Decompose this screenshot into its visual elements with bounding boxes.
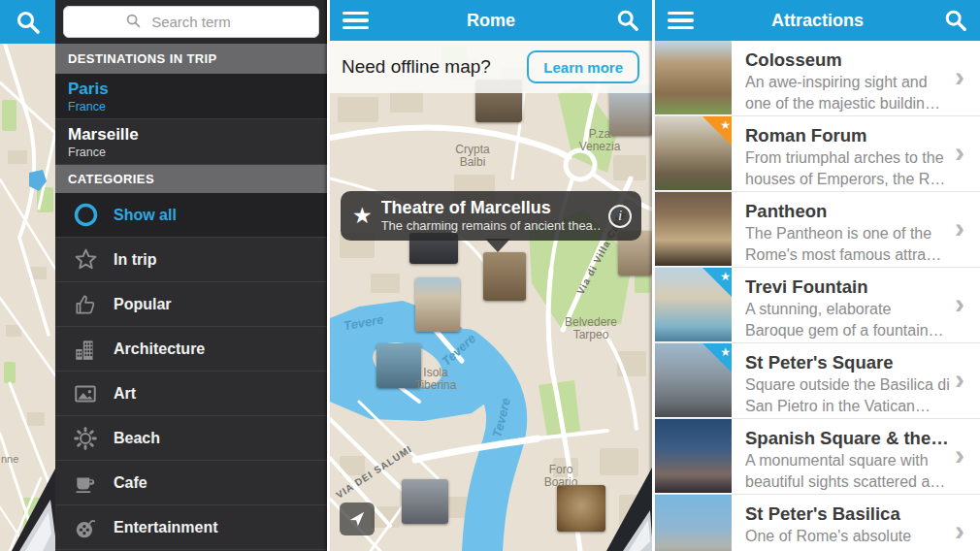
star-icon: ★ <box>720 270 731 283</box>
page-title: Attractions <box>655 11 980 31</box>
category-item-show-all[interactable]: Show all <box>55 193 327 238</box>
map-label-piazza-venezia: P.za Venezia <box>574 128 625 153</box>
list-item-trevi-fountain[interactable]: ★ Trevi Fountain A stunning, elaborate B… <box>655 268 980 343</box>
circle-icon <box>71 202 100 228</box>
category-label: Beach <box>114 430 160 447</box>
film-reel-icon <box>71 515 100 540</box>
chevron-right-icon: › <box>955 116 980 191</box>
poi-callout[interactable]: ★ Theatre of Marcellus The charming rema… <box>341 191 641 241</box>
info-icon[interactable]: i <box>608 205 632 228</box>
attraction-title: Colosseum <box>745 49 951 72</box>
star-icon <box>71 246 100 273</box>
attraction-title: St Peter's Square <box>745 351 951 374</box>
favorite-badge: ★ <box>702 268 732 297</box>
category-item-beach[interactable]: Beach <box>55 416 327 461</box>
destination-name: Marseille <box>68 125 327 145</box>
search-icon[interactable] <box>944 9 967 32</box>
attraction-description: A monumental square with beautiful sight… <box>745 450 951 493</box>
category-label: Cafe <box>114 474 147 492</box>
menu-icon[interactable] <box>668 8 694 34</box>
map-panel: Rome <box>330 0 652 551</box>
attraction-photo <box>655 495 732 551</box>
destination-item-marseille[interactable]: Marseille France <box>55 119 327 165</box>
list-item-pantheon[interactable]: Pantheon The Pantheon is one of the Rome… <box>655 192 980 268</box>
menu-icon[interactable] <box>343 8 369 34</box>
list-item-colosseum[interactable]: Colosseum An awe-inspiring sight and one… <box>655 41 980 116</box>
chevron-right-icon: › <box>955 192 980 267</box>
attraction-photo: ★ <box>655 343 732 418</box>
attraction-description: From triumphal arches to the houses of E… <box>745 147 951 190</box>
category-label: Show all <box>114 207 177 224</box>
picture-icon <box>71 381 100 406</box>
favorite-badge: ★ <box>702 343 732 373</box>
callout-title: Theatre of Marcellus <box>381 198 601 218</box>
sun-icon <box>71 426 100 451</box>
destination-name: Paris <box>68 80 327 99</box>
map-viewport[interactable]: Crypta Balbi P.za Venezia Belvedere Tarp… <box>330 41 652 551</box>
attraction-description: An awe-inspiring sight and one of the ma… <box>745 72 951 114</box>
list-item-st-peters-basilica[interactable]: St Peter's Basilica One of Rome's absolu… <box>655 495 980 551</box>
clipped-street-label: nne <box>1 453 18 465</box>
search-input[interactable] <box>63 6 319 38</box>
sidebar-search-row <box>55 0 327 44</box>
category-item-entertainment[interactable]: Entertainment <box>55 505 327 550</box>
learn-more-button[interactable]: Learn more <box>527 50 639 83</box>
search-icon[interactable] <box>616 9 639 32</box>
destination-item-paris[interactable]: Paris France <box>55 74 327 119</box>
attraction-description: The Pantheon is one of the Rome's most f… <box>745 223 951 266</box>
callout-subtitle: The charming remains of ancient thea… <box>381 218 601 234</box>
page-title: Rome <box>330 11 652 31</box>
destination-country: France <box>68 99 327 114</box>
app-window: nne DESTINATIONS IN TRIP Paris France Ma… <box>0 0 980 551</box>
category-label: Architecture <box>114 340 205 358</box>
attraction-title: Spanish Square & the… <box>745 427 951 450</box>
list-item-st-peters-square[interactable]: ★ St Peter's Square Square outside the B… <box>655 343 980 419</box>
chevron-right-icon: › <box>955 41 980 115</box>
attractions-list: Colosseum An awe-inspiring sight and one… <box>655 41 980 551</box>
chevron-right-icon: › <box>955 419 980 494</box>
attraction-photo: ★ <box>655 268 732 342</box>
category-label: Entertainment <box>114 519 218 536</box>
collapsed-search-button[interactable] <box>0 0 55 44</box>
attraction-photo: ★ <box>655 116 732 191</box>
chevron-right-icon: › <box>955 343 980 418</box>
map-header: Rome <box>330 0 652 41</box>
buildings-icon <box>71 337 100 362</box>
attractions-header: Attractions <box>655 0 980 41</box>
attraction-photo <box>655 41 732 115</box>
list-item-roman-forum[interactable]: ★ Roman Forum From triumphal arches to t… <box>655 116 980 192</box>
attraction-description: Square outside the Basilica di San Pietr… <box>745 374 951 417</box>
categories-header: CATEGORIES <box>55 165 327 193</box>
category-label: In trip <box>114 251 156 269</box>
attraction-description: A stunning, elaborate Baroque gem of a f… <box>745 299 951 341</box>
map-label-belvedere-tarpeo: Belvedere Tarpeo <box>557 316 625 341</box>
locate-me-button[interactable] <box>340 502 375 535</box>
attraction-description: One of Rome's absolute must-sees and one… <box>745 526 951 551</box>
map-label-isola-tiberina: Isola Tiberina <box>408 367 464 392</box>
attraction-title: Trevi Fountain <box>745 276 951 299</box>
list-item-spanish-square[interactable]: Spanish Square & the… A monumental squar… <box>655 419 980 495</box>
attraction-photo <box>655 192 732 267</box>
map-photo-marker[interactable] <box>415 277 460 332</box>
category-item-architecture[interactable]: Architecture <box>55 327 327 372</box>
mini-map <box>0 44 55 551</box>
map-label-foro-boario: Foro Boario <box>536 464 586 489</box>
chevron-right-icon: › <box>955 268 980 342</box>
category-label: Art <box>114 385 136 403</box>
destination-country: France <box>68 145 327 160</box>
category-item-cafe[interactable]: Cafe <box>55 461 327 505</box>
background-map-strip[interactable]: nne <box>0 0 55 551</box>
attraction-title: Roman Forum <box>745 124 951 147</box>
category-item-popular[interactable]: Popular <box>55 282 327 327</box>
map-photo-marker[interactable] <box>557 485 605 532</box>
panel-divider <box>327 0 330 551</box>
star-icon: ★ <box>720 118 731 132</box>
category-label: Popular <box>114 296 172 313</box>
star-icon: ★ <box>720 345 731 359</box>
category-item-in-trip[interactable]: In trip <box>55 238 327 282</box>
callout-pointer <box>485 239 510 265</box>
category-item-art[interactable]: Art <box>55 372 327 416</box>
map-photo-marker[interactable] <box>402 479 448 524</box>
sidebar: DESTINATIONS IN TRIP Paris France Marsei… <box>55 0 327 551</box>
thumbs-up-icon <box>71 292 100 317</box>
